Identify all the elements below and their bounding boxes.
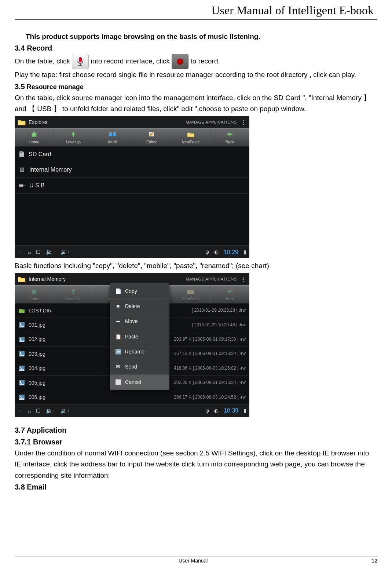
menu-item-copy[interactable]: 📄Copy xyxy=(110,284,169,299)
svg-point-24 xyxy=(20,381,21,383)
list-item[interactable]: SD Card xyxy=(15,147,249,162)
tab-newfolder[interactable]: + NewFolde xyxy=(171,129,210,146)
file-name: 001.jpg xyxy=(29,321,45,329)
chip-icon xyxy=(18,166,26,173)
usb-icon xyxy=(18,183,26,188)
text-fragment: On the table, click xyxy=(15,57,72,65)
text-fragment: to record. xyxy=(191,57,220,65)
text-fragment: into record interface, click xyxy=(91,57,172,65)
toolbar: Home LevelUp Multi Editor + NewFolde xyxy=(15,128,249,147)
paragraph-midline: Basic functions including "copy", "delet… xyxy=(15,260,377,271)
vol-up-icon[interactable]: 🔉+ xyxy=(61,248,70,256)
record-button-icon xyxy=(172,54,188,69)
file-name: 004.jpg xyxy=(29,364,45,372)
menu-dots-icon[interactable]: ⋮ xyxy=(241,118,247,127)
tab-label: Back xyxy=(226,297,234,301)
recent-nav-icon[interactable]: ☐ xyxy=(36,407,41,415)
item-label: Internal Memory xyxy=(29,165,72,175)
item-label: U S B xyxy=(29,181,45,190)
tab-multi[interactable]: Multi xyxy=(93,129,132,146)
file-meta: | 2013-01-29 10:23:28 | drw xyxy=(192,307,246,314)
svg-point-18 xyxy=(20,338,21,340)
tab-label: Multi xyxy=(108,140,117,144)
svg-rect-4 xyxy=(109,132,112,136)
file-icon xyxy=(18,365,25,371)
menu-item-paste[interactable]: 📋Paste xyxy=(110,329,169,344)
intro-line: This product supports image browsing on … xyxy=(15,31,377,42)
heading-3-8: 3.8 Email xyxy=(15,481,377,493)
menu-item-label: Send xyxy=(125,363,137,371)
menu-item-icon: 📋 xyxy=(115,333,121,341)
tab-newfolder[interactable]: NewFolde xyxy=(171,286,210,303)
svg-point-22 xyxy=(20,367,21,368)
heading-text: Resource manage xyxy=(25,83,84,91)
paragraph-3-4-b: Play the tape: first choose record singl… xyxy=(15,69,377,80)
svg-point-16 xyxy=(20,323,21,325)
svg-rect-11 xyxy=(21,168,23,171)
vol-up-icon[interactable]: 🔉+ xyxy=(61,407,70,415)
home-nav-icon[interactable]: ⌂ xyxy=(28,248,31,256)
menu-item-icon: ➡ xyxy=(115,317,121,325)
menu-item-delete[interactable]: ✖Delete xyxy=(110,299,169,314)
back-nav-icon[interactable]: ← xyxy=(18,407,23,415)
tab-label: LevelUp xyxy=(66,140,81,144)
tab-back[interactable]: Back xyxy=(210,286,249,303)
manage-apps-link[interactable]: MANAGE APPLICATIONS xyxy=(186,119,237,126)
manage-apps-link[interactable]: MANAGE APPLICATIONS xyxy=(186,276,237,283)
file-icon xyxy=(18,337,25,342)
svg-rect-14 xyxy=(18,278,25,282)
screenshot-explorer: Explorer MANAGE APPLICATIONS ⋮ Home Leve… xyxy=(15,116,249,259)
debug-status-icon: ◐ xyxy=(214,248,219,256)
tab-label: Back xyxy=(226,140,234,144)
tab-editor[interactable]: Editor xyxy=(132,129,171,146)
tab-label: LevelUp xyxy=(66,297,81,301)
menu-item-send[interactable]: ✉Send xyxy=(110,359,169,374)
tab-levelup[interactable]: LevelUp xyxy=(54,129,93,146)
menu-item-cancel[interactable]: ⬜Cancel xyxy=(110,375,169,389)
tab-home[interactable]: Home xyxy=(15,129,54,146)
menu-item-label: Move xyxy=(125,317,138,325)
tab-label: Home xyxy=(29,297,39,301)
file-name: 002.jpg xyxy=(29,335,45,343)
menu-item-icon: 📄 xyxy=(115,287,121,295)
file-name: 006.jpg xyxy=(29,393,45,401)
file-row[interactable]: 006.jpg296.17 K | 2006-08-03 10:24:52 | … xyxy=(15,390,249,404)
menu-item-icon: ✖ xyxy=(115,302,121,310)
item-label: SD Card xyxy=(29,150,51,159)
tab-home[interactable]: Home xyxy=(15,286,54,303)
signal-icon: ▮ xyxy=(243,407,246,415)
paragraph-3-5: On the table, click source manager icon … xyxy=(15,92,377,115)
svg-rect-9 xyxy=(21,152,22,153)
list-item[interactable]: Internal Memory xyxy=(15,162,249,178)
menu-item-label: Cancel xyxy=(125,378,141,386)
tab-levelup[interactable]: LevelUp xyxy=(54,286,93,303)
menu-item-label: Copy xyxy=(125,287,137,295)
tab-label: NewFolde xyxy=(182,140,200,144)
svg-point-26 xyxy=(20,396,21,397)
file-icon xyxy=(18,308,25,314)
tab-label: Home xyxy=(29,140,39,144)
file-icon xyxy=(18,322,25,328)
svg-rect-3 xyxy=(18,121,25,125)
list-item[interactable]: U S B xyxy=(15,178,249,194)
tab-label: Editor xyxy=(146,140,157,144)
page-header-title: User Manual of Intelligent E-book xyxy=(15,4,377,20)
signal-icon: ▮ xyxy=(243,248,246,256)
back-nav-icon[interactable]: ← xyxy=(18,248,23,256)
file-meta: 202.20 K | 2006-08-31 09:16:34 | -rw xyxy=(174,379,246,386)
home-nav-icon[interactable]: ⌂ xyxy=(28,407,31,415)
menu-item-move[interactable]: ➡Move xyxy=(110,314,169,329)
menu-dots-icon[interactable]: ⋮ xyxy=(241,275,247,284)
heading-3-7: 3.7 Application xyxy=(15,424,377,436)
menu-item-rename[interactable]: 🔤Rename xyxy=(110,344,169,359)
heading-3-4: 3.4 Record xyxy=(15,42,377,54)
paragraph-3-7: Under the condition of normal WIFI conne… xyxy=(15,448,377,481)
heading-3-5: 3.5 Resource manage xyxy=(15,81,377,92)
recent-nav-icon[interactable]: ☐ xyxy=(36,248,41,256)
tab-back[interactable]: Back xyxy=(210,129,249,146)
sd-card-icon xyxy=(18,151,25,158)
usb-status-icon: ψ xyxy=(205,407,209,415)
window-title: Explorer xyxy=(29,118,48,126)
vol-down-icon[interactable]: 🔉− xyxy=(46,407,55,415)
vol-down-icon[interactable]: 🔉− xyxy=(46,248,55,256)
